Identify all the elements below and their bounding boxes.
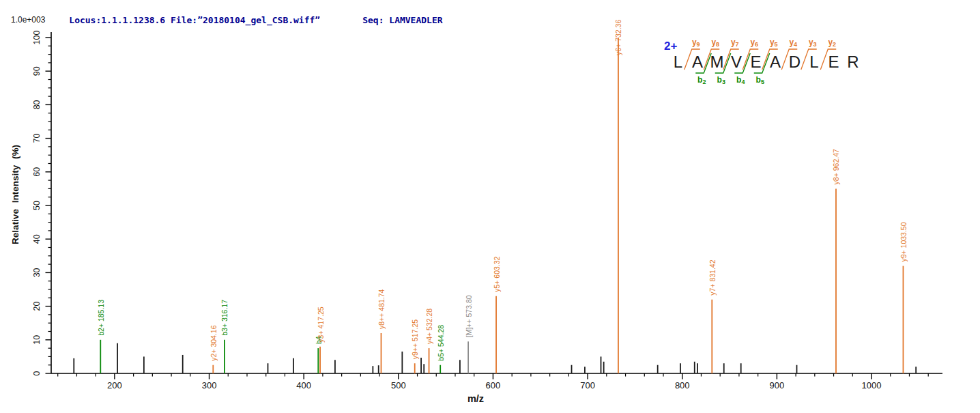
y-tick-label: 30 (32, 268, 42, 277)
y-tick-label: 20 (32, 302, 42, 311)
residue-letter: R (847, 53, 859, 71)
peak-label: y9++ 517.25 (411, 319, 419, 360)
peak-label: y5+ 603.32 (493, 256, 501, 291)
peak-label: y8++ 481.74 (377, 289, 386, 329)
axes (51, 32, 942, 373)
y4-ion-label: y4 (789, 38, 797, 48)
x-tick-label: 1000 (862, 380, 882, 390)
y7-ion-label: y7 (731, 38, 739, 48)
peak-label: y9+ 1033.50 (899, 222, 908, 261)
y5-ion-label: y5 (770, 38, 778, 48)
residue-letter: V (731, 53, 742, 71)
y-tick-label: 0 (32, 371, 42, 375)
y3-ion-label: y3 (809, 38, 817, 48)
y-tick-label: 80 (32, 100, 42, 109)
y-tick-label: 70 (32, 134, 42, 143)
x-tick-label: 900 (770, 380, 785, 390)
x-tick-label: 200 (107, 380, 122, 390)
residue-letter: E (750, 53, 761, 71)
y2-ion-label: y2 (828, 38, 836, 48)
peak-label: y6+ 732.36 (614, 20, 622, 55)
axis-titles: m/zRelative Intensity (%) (10, 145, 484, 404)
residue-letter: L (809, 53, 818, 71)
peptide-annotation: 2+LAMVEADLERy9y8y7y6y5y4y3y2b2b3b4b5 (664, 38, 859, 85)
x-tick-label: 300 (202, 380, 217, 390)
intensity-scale-label: 1.0e+003 (11, 15, 45, 25)
y-axis-title: Relative Intensity (%) (10, 145, 20, 244)
x-axis-title: m/z (467, 393, 484, 404)
x-tick-label: 400 (296, 380, 311, 390)
y-tick-label: 90 (32, 66, 42, 76)
peak-label: b5+ 544.28 (437, 325, 445, 361)
peak-label: y2+ 304.16 (210, 325, 218, 360)
peak-label: [M]++ 573.80 (465, 295, 473, 337)
residue-letter: M (710, 53, 724, 71)
mass-spectrum-chart: 2003004005006007008009001000010203040506… (0, 0, 980, 413)
header: Locus:1.1.1.1238.6 File:”20180104_gel_CS… (48, 5, 443, 35)
sequence-label: Seq: LAMVEADLER (362, 15, 442, 25)
b5-ion-label: b5 (756, 75, 764, 85)
peak-label: b2+ 185.13 (97, 300, 105, 336)
spectrum-page: Locus:1.1.1.1238.6 File:”20180104_gel_CS… (0, 0, 980, 413)
y6-ion-label: y6 (750, 38, 758, 48)
y9-ion-label: y9 (692, 38, 700, 48)
peak-label: y8+ 962.47 (832, 149, 840, 184)
labeled-peaks: b2+ 185.13y2+ 304.16b3+ 316.17b4y3+ 417.… (97, 20, 908, 373)
x-tick-label: 600 (486, 380, 501, 390)
y-tick-label: 100 (32, 31, 42, 45)
x-tick-label: 800 (675, 380, 690, 390)
b4-ion-label: b4 (736, 75, 745, 85)
peak-label: b3+ 316.17 (220, 300, 229, 336)
b2-ion-label: b2 (697, 75, 706, 85)
residue-letter: A (770, 53, 781, 71)
precursor-charge-label: 2+ (664, 40, 677, 53)
x-tick-label: 500 (391, 380, 406, 390)
y-tick-label: 40 (32, 234, 42, 244)
residue-letter: D (789, 53, 801, 71)
y-axis-ticks: 0102030405060708090100 (32, 31, 51, 376)
y-tick-label: 50 (32, 201, 42, 210)
peak-label: y7+ 831.42 (708, 259, 717, 295)
y8-ion-label: y8 (711, 38, 719, 48)
residue-letter: A (692, 53, 703, 71)
x-tick-label: 700 (580, 380, 595, 390)
residue-letter: L (674, 53, 682, 71)
y-tick-label: 10 (32, 335, 42, 345)
peak-label: y3+ 417.25 (317, 307, 325, 342)
residue-letter: E (828, 53, 839, 71)
b3-ion-label: b3 (717, 75, 725, 85)
peak-label: y4+ 532.28 (425, 309, 433, 344)
locus-file-label: Locus:1.1.1.1238.6 File:”20180104_gel_CS… (69, 15, 320, 25)
y-tick-label: 60 (32, 167, 42, 177)
unlabeled-peaks (74, 343, 916, 373)
x-axis-ticks: 2003004005006007008009001000 (58, 373, 928, 390)
